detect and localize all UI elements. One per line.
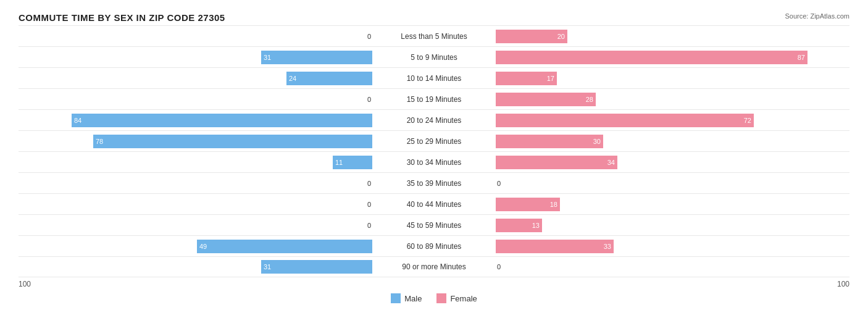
male-value: 84 [74, 117, 81, 124]
male-value: 0 [367, 222, 371, 229]
male-bar: 31 [261, 51, 372, 64]
female-bar: 20 [496, 30, 567, 43]
row-label: 90 or more Minutes [372, 262, 496, 271]
female-value: 28 [586, 96, 593, 103]
male-value: 31 [264, 54, 271, 61]
female-value: 17 [547, 75, 554, 82]
male-bar: 11 [333, 156, 372, 169]
male-section: 0 [19, 215, 372, 235]
row-label: 10 to 14 Minutes [372, 74, 496, 83]
bar-row: 7825 to 29 Minutes30 [19, 130, 849, 151]
male-section: 0 [19, 194, 372, 214]
female-value: 72 [744, 117, 751, 124]
female-value: 87 [798, 54, 805, 61]
male-value: 0 [367, 33, 371, 40]
male-value: 0 [367, 96, 371, 103]
row-label: 25 to 29 Minutes [372, 137, 496, 146]
male-section: 24 [19, 68, 372, 88]
male-section: 0 [19, 89, 372, 109]
female-value: 33 [604, 243, 611, 250]
female-bar: 28 [496, 93, 596, 106]
female-value: 0 [497, 180, 501, 187]
male-section: 49 [19, 236, 372, 256]
male-section: 0 [19, 26, 372, 46]
male-section: 31 [19, 257, 372, 277]
male-bar: 31 [261, 260, 372, 274]
male-section: 78 [19, 131, 372, 151]
male-value: 49 [199, 243, 207, 250]
male-value: 0 [367, 180, 371, 187]
female-bar: 13 [496, 219, 542, 232]
female-value: 34 [607, 159, 615, 166]
female-value: 0 [497, 263, 501, 271]
female-bar: 17 [496, 72, 557, 85]
row-label: 40 to 44 Minutes [372, 200, 496, 209]
bar-row: 0Less than 5 Minutes20 [19, 25, 849, 46]
female-section: 30 [496, 131, 849, 151]
legend-male: Male [391, 293, 422, 303]
female-label: Female [450, 294, 477, 303]
female-value: 30 [593, 138, 601, 145]
female-color-box [436, 293, 446, 303]
bar-row: 8420 to 24 Minutes72 [19, 109, 849, 130]
male-bar: 49 [197, 240, 372, 253]
bar-row: 040 to 44 Minutes18 [19, 193, 849, 214]
female-section: 87 [496, 47, 849, 67]
bars-container: 0Less than 5 Minutes20315 to 9 Minutes87… [19, 25, 849, 277]
male-label: Male [404, 294, 422, 303]
row-label: 60 to 89 Minutes [372, 242, 496, 251]
male-section: 31 [19, 47, 372, 67]
female-section: 20 [496, 26, 849, 46]
bar-row: 315 to 9 Minutes87 [19, 46, 849, 67]
female-section: 28 [496, 89, 849, 109]
row-label: 20 to 24 Minutes [372, 116, 496, 125]
male-bar: 84 [72, 114, 372, 127]
row-label: 30 to 34 Minutes [372, 158, 496, 167]
row-label: 15 to 19 Minutes [372, 95, 496, 104]
male-value: 24 [289, 75, 296, 82]
legend-female: Female [436, 293, 477, 303]
male-value: 78 [96, 138, 103, 145]
row-label: 35 to 39 Minutes [372, 179, 496, 188]
female-section: 13 [496, 215, 849, 235]
bar-row: 2410 to 14 Minutes17 [19, 67, 849, 88]
male-value: 11 [335, 159, 343, 166]
female-bar: 87 [496, 51, 807, 64]
male-color-box [391, 293, 401, 303]
female-bar: 72 [496, 114, 754, 127]
female-section: 17 [496, 68, 849, 88]
bar-row: 4960 to 89 Minutes33 [19, 235, 849, 256]
male-section: 0 [19, 173, 372, 193]
female-bar: 34 [496, 156, 617, 169]
row-label: 5 to 9 Minutes [372, 53, 496, 62]
female-value: 18 [550, 201, 557, 208]
source-line: Source: ZipAtlas.com [785, 12, 849, 20]
male-value: 0 [367, 201, 371, 208]
bar-row: 015 to 19 Minutes28 [19, 88, 849, 109]
axis-labels: 100 100 [19, 280, 849, 288]
row-label: Less than 5 Minutes [372, 32, 496, 41]
chart-container: COMMUTE TIME BY SEX IN ZIP CODE 27305 So… [19, 12, 849, 303]
female-section: 0 [496, 173, 849, 193]
female-value: 13 [532, 222, 540, 229]
chart-title: COMMUTE TIME BY SEX IN ZIP CODE 27305 [19, 12, 225, 23]
male-section: 11 [19, 152, 372, 172]
female-value: 20 [557, 33, 565, 40]
female-bar: 30 [496, 135, 603, 148]
bar-row: 1130 to 34 Minutes34 [19, 151, 849, 172]
bar-row: 3190 or more Minutes0 [19, 256, 849, 277]
male-bar: 24 [286, 72, 372, 85]
female-bar: 33 [496, 240, 614, 253]
axis-left: 100 [19, 280, 373, 288]
male-section: 84 [19, 110, 372, 130]
female-section: 34 [496, 152, 849, 172]
female-section: 18 [496, 194, 849, 214]
row-label: 45 to 59 Minutes [372, 221, 496, 230]
legend: Male Female [19, 293, 849, 303]
bar-row: 035 to 39 Minutes0 [19, 172, 849, 193]
bar-row: 045 to 59 Minutes13 [19, 214, 849, 235]
female-section: 0 [496, 257, 849, 277]
male-value: 31 [264, 263, 271, 271]
female-bar: 18 [496, 198, 560, 211]
female-section: 72 [496, 110, 849, 130]
